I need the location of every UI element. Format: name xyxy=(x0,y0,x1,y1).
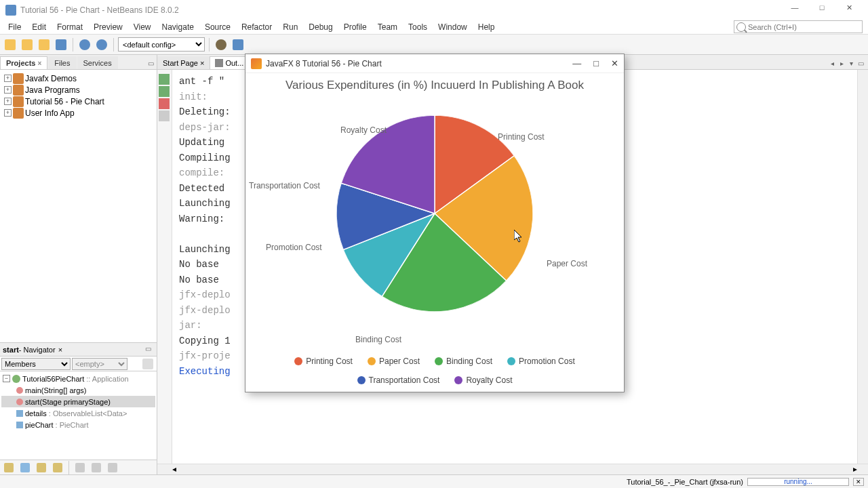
project-item[interactable]: +Tutorial 56 - Pie Chart xyxy=(1,96,155,107)
settings-icon[interactable] xyxy=(159,110,170,121)
menu-help[interactable]: Help xyxy=(473,21,500,33)
nav-method[interactable]: start(Stage primaryStage) xyxy=(1,396,155,407)
cancel-task-icon[interactable]: ✕ xyxy=(853,478,864,486)
save-all-button[interactable] xyxy=(54,37,68,52)
new-project-button[interactable] xyxy=(20,37,35,52)
menu-navigate[interactable]: Navigate xyxy=(157,21,199,33)
tab-output[interactable]: Out... xyxy=(210,56,249,69)
title-bar: Tutorial 56 - Pie Chart - NetBeans IDE 8… xyxy=(0,0,868,20)
nav-field[interactable]: details : ObservableList<Data> xyxy=(1,407,155,419)
search-input[interactable] xyxy=(748,23,862,31)
menu-run[interactable]: Run xyxy=(277,21,303,33)
output-sidebar xyxy=(157,70,172,464)
minimize-panel-icon[interactable]: ▭ xyxy=(146,60,155,69)
nav-filter-button[interactable] xyxy=(34,460,49,475)
menu-profile[interactable]: Profile xyxy=(338,21,372,33)
rerun-icon[interactable] xyxy=(159,74,170,85)
stop-icon[interactable] xyxy=(159,98,170,109)
search-box[interactable] xyxy=(734,20,863,33)
tab-projects[interactable]: Projects× xyxy=(0,56,47,69)
slice-label-transportation: Transportation Cost xyxy=(249,181,320,190)
fx-minimize-button[interactable]: — xyxy=(572,58,581,68)
fx-close-button[interactable]: ✕ xyxy=(611,58,618,68)
left-panel: Projects× Files Services ▭ +Javafx Demos… xyxy=(0,55,157,474)
close-icon[interactable]: × xyxy=(37,60,41,67)
main-toolbar: <default config> xyxy=(0,35,868,55)
tab-files[interactable]: Files xyxy=(48,56,76,69)
menu-team[interactable]: Team xyxy=(372,21,403,33)
search-icon xyxy=(736,22,746,32)
menu-tools[interactable]: Tools xyxy=(403,21,433,33)
nav-method[interactable]: main(String[] args) xyxy=(1,384,155,396)
nav-sort-button[interactable] xyxy=(89,460,104,475)
maximize-button[interactable]: □ xyxy=(808,3,835,17)
project-item[interactable]: +User Info App xyxy=(1,107,155,119)
fx-maximize-button[interactable]: □ xyxy=(593,58,599,68)
menu-edit[interactable]: Edit xyxy=(26,21,52,33)
redo-button[interactable] xyxy=(94,37,109,52)
progress-bar: running... xyxy=(747,478,849,486)
config-select[interactable]: <default config> xyxy=(118,37,205,52)
build-button[interactable] xyxy=(214,37,229,52)
nav-class[interactable]: −Tutorial56PieChart :: Application xyxy=(1,373,155,384)
scrollbar[interactable] xyxy=(857,70,868,464)
open-button[interactable] xyxy=(37,37,52,52)
tab-start-page[interactable]: Start Page× xyxy=(157,56,210,69)
tab-dropdown-icon[interactable]: ▾ xyxy=(846,60,856,69)
pie-graphic xyxy=(336,115,533,312)
minimize-button[interactable]: — xyxy=(781,3,808,17)
java-icon xyxy=(251,58,262,69)
menu-preview[interactable]: Preview xyxy=(88,21,128,33)
menu-debug[interactable]: Debug xyxy=(303,21,338,33)
legend-item: Printing Cost xyxy=(294,357,353,366)
project-item[interactable]: +Java Programs xyxy=(1,84,155,96)
javafx-title: JavaFX 8 Tutorial 56 - Pie Chart xyxy=(266,59,382,68)
netbeans-icon xyxy=(5,5,16,16)
navigator-toolbar xyxy=(0,460,157,474)
nav-filter-button[interactable] xyxy=(50,460,65,475)
menu-file[interactable]: File xyxy=(3,21,26,33)
tab-right-icon[interactable]: ▸ xyxy=(837,60,846,69)
menu-window[interactable]: Window xyxy=(433,21,473,33)
menu-bar: File Edit Format Preview View Navigate S… xyxy=(0,20,868,35)
project-item[interactable]: +Javafx Demos xyxy=(1,73,155,84)
navigator-panel: start - Navigator×▭ Members <empty> −Tut… xyxy=(0,342,157,474)
window-title: Tutorial 56 - Pie Chart - NetBeans IDE 8… xyxy=(20,5,179,15)
navigator-header: start - Navigator×▭ xyxy=(0,343,157,357)
nav-options-button[interactable] xyxy=(140,357,155,371)
nav-sort-button[interactable] xyxy=(73,460,87,475)
menu-refactor[interactable]: Refactor xyxy=(236,21,277,33)
close-button[interactable]: ✕ xyxy=(835,3,863,17)
legend-item: Binding Cost xyxy=(435,357,492,366)
empty-select[interactable]: <empty> xyxy=(72,358,127,370)
chart-title: Various Expenditures (in %) Incuuerd In … xyxy=(245,73,624,95)
slice-label-binding: Binding Cost xyxy=(355,335,401,344)
nav-filter-button[interactable] xyxy=(18,460,33,475)
clean-build-button[interactable] xyxy=(231,37,245,52)
legend-item: Promotion Cost xyxy=(507,357,575,366)
menu-format[interactable]: Format xyxy=(52,21,88,33)
javafx-titlebar[interactable]: JavaFX 8 Tutorial 56 - Pie Chart — □ ✕ xyxy=(245,54,624,73)
tab-services[interactable]: Services xyxy=(77,56,118,69)
maximize-editor-icon[interactable]: ▭ xyxy=(856,60,865,69)
slice-label-promotion: Promotion Cost xyxy=(266,243,322,252)
nav-sort-button[interactable] xyxy=(105,460,120,475)
members-select[interactable]: Members xyxy=(1,358,71,370)
new-file-button[interactable] xyxy=(3,37,18,52)
close-icon[interactable]: × xyxy=(200,59,204,67)
menu-source[interactable]: Source xyxy=(199,21,236,33)
legend-item: Transportation Cost xyxy=(357,375,440,385)
nav-field[interactable]: pieChart : PieChart xyxy=(1,419,155,430)
slice-label-paper: Paper Cost xyxy=(547,259,587,268)
status-task: Tutorial_56_-_Pie_Chart (jfxsa-run) xyxy=(627,478,743,486)
rerun-icon[interactable] xyxy=(159,86,170,97)
nav-filter-button[interactable] xyxy=(1,460,16,475)
close-icon[interactable]: × xyxy=(58,346,62,354)
legend-item: Royalty Cost xyxy=(454,375,512,385)
minimize-panel-icon[interactable]: ▭ xyxy=(143,345,153,354)
navigator-tree[interactable]: −Tutorial56PieChart :: Application main(… xyxy=(0,371,157,460)
projects-tree[interactable]: +Javafx Demos +Java Programs +Tutorial 5… xyxy=(0,70,157,342)
tab-left-icon[interactable]: ◂ xyxy=(827,60,837,69)
menu-view[interactable]: View xyxy=(128,21,157,33)
undo-button[interactable] xyxy=(77,37,92,52)
